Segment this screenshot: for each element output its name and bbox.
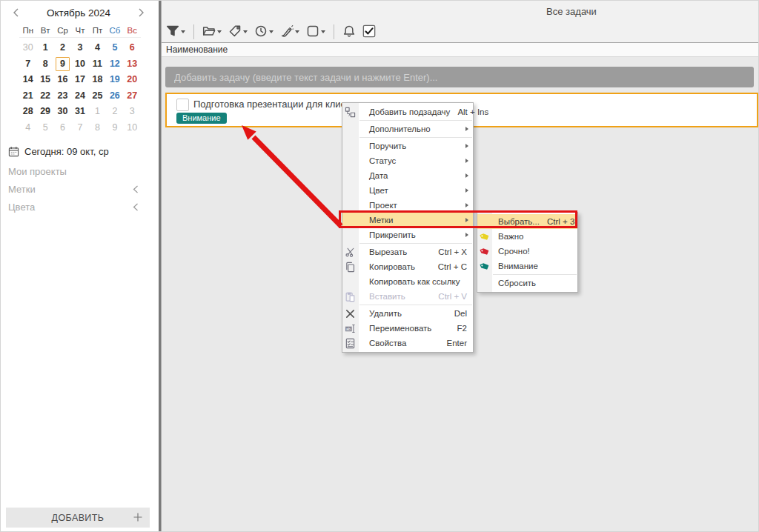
calendar-day[interactable]: 1 (36, 40, 53, 56)
calendar-day[interactable]: 29 (36, 104, 53, 120)
calendar-day[interactable]: 7 (19, 56, 36, 73)
checked-checkbox-icon (362, 24, 376, 38)
calendar-day[interactable]: 15 (36, 72, 53, 88)
calendar-day[interactable]: 28 (19, 104, 36, 120)
calendar-day[interactable]: 11 (89, 56, 106, 73)
tag-button[interactable] (228, 24, 248, 39)
calendar-day[interactable]: 3 (124, 104, 141, 120)
calendar-weekday: Пт (89, 26, 106, 35)
calendar-next-button[interactable] (134, 6, 149, 19)
calendar-day[interactable]: 20 (124, 72, 141, 88)
menu-item-copy[interactable]: КопироватьCtrl + C (342, 259, 473, 274)
calendar-day[interactable]: 12 (106, 56, 123, 73)
calendar-day[interactable]: 14 (19, 72, 36, 88)
calendar-day[interactable]: 2 (106, 104, 123, 120)
shape-button[interactable] (306, 24, 325, 39)
calendar-day[interactable]: 19 (106, 72, 123, 88)
menu-item-project[interactable]: Проект (342, 198, 473, 213)
menu-item-add-subtask[interactable]: Добавить подзадачуAlt + Ins (342, 104, 473, 119)
calendar-day[interactable]: 6 (54, 120, 71, 136)
calendar-day[interactable]: 8 (36, 56, 53, 73)
task-checkbox[interactable] (176, 99, 189, 111)
filter-button[interactable] (166, 24, 185, 39)
submenu-arrow-icon (465, 188, 468, 193)
menu-item-status[interactable]: Статус (342, 153, 473, 168)
calendar-day[interactable]: 21 (19, 88, 36, 104)
menu-item-properties[interactable]: СвойстваEnter (342, 336, 473, 350)
calendar-day[interactable]: 8 (89, 120, 106, 136)
calendar-day[interactable]: 26 (106, 88, 123, 104)
calendar-day[interactable]: 10 (71, 56, 88, 73)
calendar-day[interactable]: 4 (89, 40, 106, 56)
submenu-arrow-icon (465, 173, 468, 178)
bell-button[interactable] (342, 24, 356, 39)
menu-item-label: Добавить подзадачу (369, 107, 450, 116)
menu-item-paste[interactable]: ВставитьCtrl + V (342, 289, 473, 304)
calendar-day[interactable]: 1 (89, 104, 106, 120)
calendar-day[interactable]: 25 (89, 88, 106, 104)
calendar-day[interactable]: 31 (71, 104, 88, 120)
column-header-name[interactable]: Наименование (162, 42, 758, 57)
checkbox-button[interactable] (362, 24, 376, 39)
calendar-day[interactable]: 30 (19, 40, 36, 56)
folder-button[interactable] (202, 24, 222, 39)
menu-item-label: Важно (498, 232, 571, 241)
context-menu: Добавить подзадачуAlt + InsДополнительно… (342, 102, 474, 353)
calendar-day[interactable]: 30 (54, 104, 71, 120)
menu-item-date[interactable]: Дата (342, 168, 473, 183)
menu-item-label: Копировать (369, 262, 431, 271)
menu-item-label: Статус (369, 156, 467, 165)
calendar-day[interactable]: 27 (124, 88, 141, 104)
submenu-item-urgent[interactable]: Срочно! (477, 244, 577, 259)
add-task-input[interactable] (165, 67, 754, 87)
submenu-item-reset[interactable]: Сбросить (477, 276, 577, 290)
calendar-day-today[interactable]: 9 (56, 57, 69, 71)
sidebar-item-my-projects[interactable]: Мои проекты (8, 164, 139, 178)
menu-item-cut[interactable]: ВырезатьCtrl + X (342, 245, 473, 259)
menu-separator (359, 243, 472, 244)
task-label-badge[interactable]: Внимание (176, 113, 227, 124)
calendar-day[interactable]: 17 (71, 72, 88, 88)
menu-item-color[interactable]: Цвет (342, 183, 473, 198)
calendar-day[interactable]: 4 (19, 120, 36, 136)
calendar-day[interactable]: 23 (54, 88, 71, 104)
calendar-day[interactable]: 5 (36, 120, 53, 136)
calendar-day[interactable]: 5 (106, 40, 123, 56)
calendar-day[interactable]: 16 (54, 72, 71, 88)
menu-separator (359, 305, 472, 305)
calendar-day[interactable]: 2 (54, 40, 71, 56)
calendar-day[interactable]: 6 (124, 40, 141, 56)
calendar-day[interactable]: 9 (106, 120, 123, 136)
menu-item-shortcut: Ctrl + V (438, 292, 467, 301)
submenu-arrow-icon (465, 144, 468, 148)
clock-button[interactable] (254, 24, 274, 39)
menu-item-rename[interactable]: abПереименоватьF2 (342, 321, 473, 336)
calendar-day[interactable]: 3 (71, 40, 88, 56)
sidebar-item-today[interactable]: Сегодня: 09 окт, ср (8, 146, 109, 157)
brush-button[interactable] (280, 24, 299, 39)
calendar-day[interactable]: 22 (36, 88, 53, 104)
calendar-day[interactable]: 13 (124, 56, 141, 73)
calendar-day[interactable]: 10 (124, 120, 141, 136)
submenu-item-attention[interactable]: Внимание (477, 259, 577, 273)
sidebar-item-labels[interactable]: Метки (8, 182, 139, 196)
submenu-item-choose[interactable]: Выбрать...Ctrl + 3 (477, 214, 577, 229)
submenu-arrow-icon (465, 127, 468, 131)
tag-icon (479, 246, 490, 257)
menu-item-attach[interactable]: Прикрепить (342, 227, 473, 242)
submenu-arrow-icon (465, 233, 468, 237)
calendar-prev-button[interactable] (8, 6, 23, 19)
calendar-icon (8, 146, 19, 157)
clock-icon (254, 24, 268, 38)
calendar-day[interactable]: 7 (71, 120, 88, 136)
add-button[interactable]: ДОБАВИТЬ (6, 508, 150, 528)
sidebar-item-colors[interactable]: Цвета (8, 200, 139, 213)
calendar-day[interactable]: 18 (89, 72, 106, 88)
calendar-day[interactable]: 24 (71, 88, 88, 104)
menu-item-more[interactable]: Дополнительно (342, 122, 473, 136)
menu-item-delete[interactable]: УдалитьDel (342, 306, 473, 321)
menu-item-copy-as-link[interactable]: Копировать как ссылку (342, 274, 473, 289)
submenu-item-important[interactable]: Важно (477, 229, 577, 244)
menu-item-assign[interactable]: Поручить (342, 139, 473, 153)
menu-item-labels[interactable]: Метки (342, 213, 473, 227)
